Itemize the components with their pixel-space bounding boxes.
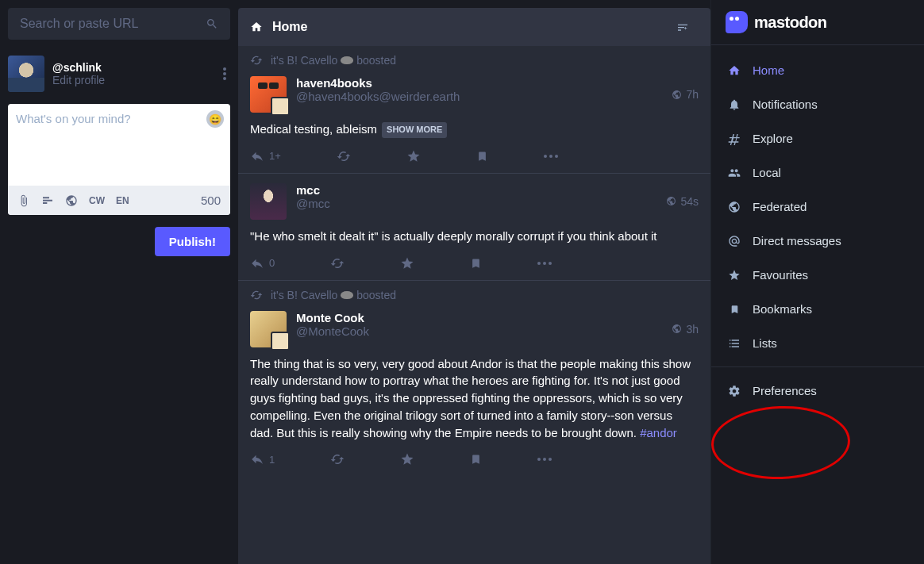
svg-point-7 [543, 262, 546, 265]
display-name[interactable]: mcc [296, 183, 656, 197]
star-icon [727, 269, 741, 282]
home-icon [250, 21, 263, 33]
svg-point-2 [223, 77, 226, 80]
char-count: 500 [201, 194, 221, 207]
display-name[interactable]: haven4books [296, 76, 662, 90]
globe-icon [727, 201, 741, 213]
svg-point-5 [555, 155, 558, 158]
globe-icon [672, 324, 682, 334]
post-time[interactable]: 3h [672, 311, 699, 347]
search-icon [206, 17, 218, 30]
nav-favourites[interactable]: Favourites [711, 258, 924, 292]
favourite-button[interactable] [400, 452, 414, 466]
nav-local[interactable]: Local [711, 155, 924, 190]
bell-icon [727, 98, 741, 111]
hashtag-icon [727, 132, 741, 145]
search-box[interactable] [8, 8, 230, 40]
cw-button[interactable]: CW [89, 195, 105, 206]
svg-point-9 [537, 458, 541, 461]
feed[interactable]: it's B! Cavello boosted haven4books @hav… [238, 46, 710, 564]
column-header: Home [238, 8, 710, 46]
svg-point-0 [223, 67, 226, 71]
nav-bookmarks[interactable]: Bookmarks [711, 292, 924, 326]
account-handle[interactable]: @haven4books@weirder.earth [296, 90, 662, 103]
svg-point-4 [549, 155, 552, 158]
post[interactable]: mcc @mcc 54s "He who smelt it dealt it" … [238, 174, 710, 281]
edit-profile-link[interactable]: Edit profile [52, 74, 211, 86]
globe-icon [666, 196, 676, 206]
post-body: Medical testing, ableismSHOW MORE [250, 121, 699, 138]
nav-preferences[interactable]: Preferences [711, 374, 924, 408]
boost-button[interactable] [337, 149, 351, 163]
profile-row: @schlink Edit profile [8, 56, 230, 92]
post-avatar[interactable] [250, 76, 287, 113]
svg-point-3 [544, 155, 547, 158]
post-body: The thing that is so very, very good abo… [250, 355, 699, 442]
lang-button[interactable]: EN [116, 195, 129, 206]
post-body: "He who smelt it dealt it" is actually d… [250, 228, 699, 245]
nav-federated[interactable]: Federated [711, 190, 924, 224]
boost-icon [250, 54, 263, 67]
boost-indicator: it's B! Cavello boosted [238, 281, 710, 301]
post-avatar[interactable] [250, 183, 287, 220]
compose-box: 😄 CW EN 500 [8, 104, 230, 215]
brand-logo-icon [726, 11, 748, 33]
hashtag-link[interactable]: #andor [640, 426, 677, 439]
search-input[interactable] [20, 17, 206, 31]
at-icon [727, 235, 741, 247]
account-handle[interactable]: @MonteCook [296, 324, 662, 338]
emoji-picker-icon[interactable]: 😄 [206, 110, 224, 128]
avatar[interactable] [8, 56, 44, 92]
publish-button[interactable]: Publish! [155, 227, 230, 256]
favourite-button[interactable] [400, 256, 414, 270]
nav-notifications[interactable]: Notifications [711, 87, 924, 121]
bookmark-button[interactable] [470, 256, 482, 270]
compose-textarea[interactable] [16, 112, 222, 175]
reply-button[interactable]: 1+ [250, 149, 281, 163]
svg-point-1 [223, 72, 226, 75]
favourite-button[interactable] [406, 149, 421, 163]
reply-button[interactable]: 1 [250, 452, 275, 466]
gear-icon [727, 385, 741, 397]
bookmark-button[interactable] [476, 149, 488, 163]
boost-icon [250, 289, 263, 301]
more-icon[interactable] [544, 155, 558, 158]
brand-text: mastodon [754, 13, 827, 32]
display-name[interactable]: Monte Cook [296, 311, 662, 324]
post[interactable]: Monte Cook @MonteCook 3h The thing that … [238, 301, 710, 477]
profile-menu-icon[interactable] [219, 63, 230, 84]
post-time[interactable]: 54s [666, 183, 699, 220]
boost-button[interactable] [330, 452, 345, 466]
svg-point-11 [549, 458, 552, 461]
nav-explore[interactable]: Explore [711, 121, 924, 155]
post-avatar[interactable] [250, 311, 287, 347]
post[interactable]: haven4books @haven4books@weirder.earth 7… [238, 67, 710, 174]
bookmark-icon [727, 303, 741, 316]
svg-point-10 [543, 458, 546, 461]
globe-icon [672, 90, 682, 100]
nav-home[interactable]: Home [711, 53, 924, 87]
profile-handle[interactable]: @schlink [52, 61, 211, 74]
visibility-icon[interactable] [65, 194, 78, 207]
more-icon[interactable] [537, 458, 552, 461]
show-more-button[interactable]: SHOW MORE [382, 122, 447, 138]
svg-point-8 [549, 262, 552, 265]
boost-button[interactable] [330, 256, 345, 270]
attach-icon[interactable] [17, 194, 30, 207]
boost-indicator: it's B! Cavello boosted [238, 46, 710, 67]
brand[interactable]: mastodon [711, 0, 924, 45]
reply-button[interactable]: 0 [250, 256, 275, 270]
column-title: Home [272, 20, 307, 34]
home-icon [727, 64, 741, 77]
post-time[interactable]: 7h [672, 76, 699, 113]
nav-direct-messages[interactable]: Direct messages [711, 224, 924, 258]
column-settings-icon[interactable] [676, 21, 699, 33]
poll-icon[interactable] [41, 194, 54, 207]
svg-point-6 [537, 262, 541, 265]
bookmark-button[interactable] [470, 452, 482, 466]
users-icon [727, 167, 741, 179]
list-icon [727, 337, 741, 350]
nav-lists[interactable]: Lists [711, 326, 924, 360]
account-handle[interactable]: @mcc [296, 197, 656, 210]
more-icon[interactable] [537, 262, 552, 265]
